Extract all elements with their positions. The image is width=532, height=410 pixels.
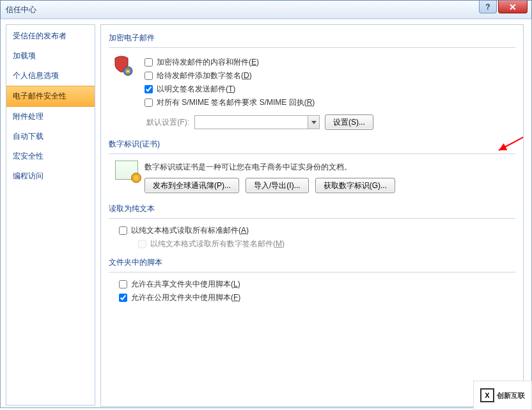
sidebar-item-personal-info[interactable]: 个人信息选项 <box>6 66 95 86</box>
svg-rect-1 <box>126 70 130 73</box>
watermark-text: 创新互联 <box>497 391 525 400</box>
checkbox-add-signature[interactable] <box>145 72 153 80</box>
default-setting-dropdown[interactable] <box>194 115 320 129</box>
checkbox-encrypt-contents[interactable] <box>145 58 153 67</box>
dropdown-value <box>195 116 308 129</box>
section-folder-scripts-title: 文件夹中的脚本 <box>109 252 515 272</box>
sidebar-item-macro-security[interactable]: 宏安全性 <box>6 146 95 166</box>
label-plain-signed: 以纯文本格式读取所有数字签名邮件(M) <box>150 239 285 249</box>
window-title: 信任中心 <box>6 4 36 15</box>
content-area: 加密电子邮件 加密待发邮件的内容和附件(E) 给待发邮件添加数字签名(D) 以明… <box>98 19 531 407</box>
option-public-scripts: 允许在公用文件夹中使用脚本(F) <box>119 292 515 303</box>
watermark: X 创新互联 <box>473 381 532 410</box>
checkbox-plain-standard[interactable] <box>119 226 127 235</box>
sidebar-item-email-security[interactable]: 电子邮件安全性 <box>6 86 95 107</box>
get-digital-id-button[interactable]: 获取数字标识(G)... <box>315 178 395 193</box>
title-bar: 信任中心 ? ✕ <box>0 0 532 19</box>
checkbox-plain-signed <box>138 240 146 248</box>
shield-icon <box>114 56 134 76</box>
settings-button[interactable]: 设置(S)... <box>325 114 373 130</box>
watermark-logo-icon: X <box>480 388 494 402</box>
window-body: 受信任的发布者 加载项 个人信息选项 电子邮件安全性 附件处理 自动下载 宏安全… <box>0 19 532 408</box>
label-encrypt-contents: 加密待发邮件的内容和附件(E) <box>157 57 259 68</box>
label-shared-scripts: 允许在共享文件夹中使用脚本(L) <box>131 279 240 290</box>
section-plain-text-title: 读取为纯文本 <box>109 198 515 219</box>
option-plain-signed: 以纯文本格式读取所有数字签名邮件(M) <box>138 239 515 249</box>
checkbox-cleartext-sign[interactable] <box>145 85 153 93</box>
close-button[interactable]: ✕ <box>498 1 528 13</box>
section-encrypted-mail-title: 加密电子邮件 <box>109 28 515 48</box>
label-plain-standard: 以纯文本格式读取所有标准邮件(A) <box>131 225 249 236</box>
sidebar-item-addins[interactable]: 加载项 <box>6 46 95 66</box>
option-plain-standard: 以纯文本格式读取所有标准邮件(A) <box>119 225 515 236</box>
label-smime-receipt: 对所有 S/MIME 签名邮件要求 S/MIME 回执(R) <box>157 97 315 108</box>
option-shared-scripts: 允许在共享文件夹中使用脚本(L) <box>119 279 515 290</box>
label-cleartext-sign: 以明文签名发送邮件(T) <box>157 84 235 95</box>
checkbox-public-scripts[interactable] <box>119 294 127 302</box>
option-encrypt-contents: 加密待发邮件的内容和附件(E) <box>145 57 515 68</box>
label-add-signature: 给待发邮件添加数字签名(D) <box>157 70 252 81</box>
default-setting-label: 默认设置(F): <box>145 117 189 128</box>
digital-id-block: 数字标识或证书是一种可让您在电子商务中证实身份的文档。 发布到全球通讯簿(P).… <box>115 161 515 193</box>
publish-gal-button[interactable]: 发布到全球通讯簿(P)... <box>145 178 239 193</box>
digital-id-description: 数字标识或证书是一种可让您在电子商务中证实身份的文档。 <box>145 162 515 173</box>
option-smime-receipt: 对所有 S/MIME 签名邮件要求 S/MIME 回执(R) <box>145 97 515 108</box>
label-public-scripts: 允许在公用文件夹中使用脚本(F) <box>131 292 240 303</box>
default-setting-row: 默认设置(F): 设置(S)... <box>145 114 515 130</box>
settings-panel: 加密电子邮件 加密待发邮件的内容和附件(E) 给待发邮件添加数字签名(D) 以明… <box>100 24 524 407</box>
window-controls: ? ✕ <box>479 1 531 19</box>
sidebar-item-trusted-publishers[interactable]: 受信任的发布者 <box>6 26 95 46</box>
certificate-icon <box>115 161 138 180</box>
sidebar-item-auto-download[interactable]: 自动下载 <box>6 127 95 146</box>
sidebar-item-programmatic-access[interactable]: 编程访问 <box>6 166 95 186</box>
sidebar-item-attachment-handling[interactable]: 附件处理 <box>6 107 95 127</box>
chevron-down-icon[interactable] <box>308 116 319 129</box>
import-export-button[interactable]: 导入/导出(I)... <box>246 178 309 193</box>
section-digital-id-title: 数字标识(证书) <box>109 134 515 154</box>
sidebar: 受信任的发布者 加载项 个人信息选项 电子邮件安全性 附件处理 自动下载 宏安全… <box>6 24 95 406</box>
help-button[interactable]: ? <box>479 1 497 13</box>
option-add-signature: 给待发邮件添加数字签名(D) <box>145 70 515 81</box>
option-cleartext-sign: 以明文签名发送邮件(T) <box>145 84 515 95</box>
checkbox-shared-scripts[interactable] <box>119 280 127 288</box>
checkbox-smime-receipt[interactable] <box>145 99 153 107</box>
